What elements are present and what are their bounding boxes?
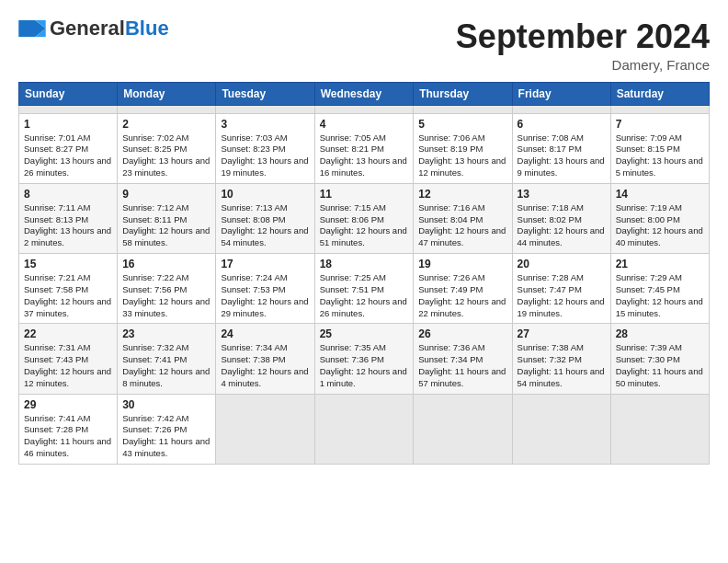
day-number: 1 [24,118,112,131]
calendar-week-row: 22Sunrise: 7:31 AMSunset: 7:43 PMDayligh… [19,324,710,394]
daylight-text: Daylight: 12 hours and 4 minutes. [221,366,308,388]
sunset-text: Sunset: 7:38 PM [221,354,285,364]
daylight-text: Daylight: 11 hours and 46 minutes. [24,436,111,458]
table-row [118,105,216,113]
table-row: 1Sunrise: 7:01 AMSunset: 8:27 PMDaylight… [19,113,118,183]
cell-content: Sunrise: 7:25 AMSunset: 7:51 PMDaylight:… [320,272,409,319]
sunset-text: Sunset: 8:19 PM [418,144,483,154]
table-row [216,105,314,113]
calendar-header-row: Sunday Monday Tuesday Wednesday Thursday… [19,82,710,105]
sunrise-text: Sunrise: 7:41 AM [24,413,90,423]
cell-content: Sunrise: 7:08 AMSunset: 8:17 PMDaylight:… [518,132,606,179]
sunrise-text: Sunrise: 7:35 AM [320,342,386,352]
table-row: 23Sunrise: 7:32 AMSunset: 7:41 PMDayligh… [118,324,216,394]
daylight-text: Daylight: 12 hours and 58 minutes. [122,225,210,247]
sunset-text: Sunset: 7:34 PM [418,354,483,364]
sunset-text: Sunset: 8:15 PM [616,144,680,154]
cell-content: Sunrise: 7:02 AMSunset: 8:25 PMDaylight:… [122,132,210,179]
daylight-text: Daylight: 12 hours and 54 minutes. [221,225,308,247]
table-row [414,394,512,464]
table-row: 20Sunrise: 7:28 AMSunset: 7:47 PMDayligh… [512,254,610,324]
day-number: 17 [221,258,309,270]
table-row: 27Sunrise: 7:38 AMSunset: 7:32 PMDayligh… [512,324,610,394]
table-row: 2Sunrise: 7:02 AMSunset: 8:25 PMDaylight… [118,113,216,183]
table-row: 13Sunrise: 7:18 AMSunset: 8:02 PMDayligh… [512,183,610,253]
col-wednesday: Wednesday [314,82,414,105]
table-row: 29Sunrise: 7:41 AMSunset: 7:28 PMDayligh… [19,394,118,464]
table-row: 15Sunrise: 7:21 AMSunset: 7:58 PMDayligh… [19,254,118,324]
sunrise-text: Sunrise: 7:36 AM [418,342,484,352]
day-number: 5 [418,118,506,131]
table-row [610,105,709,113]
table-row: 26Sunrise: 7:36 AMSunset: 7:34 PMDayligh… [414,324,512,394]
logo-icon [18,20,46,37]
day-number: 24 [221,327,309,340]
calendar-page: GeneralBlue September 2024 Damery, Franc… [0,0,728,563]
calendar-week-row: 8Sunrise: 7:11 AMSunset: 8:13 PMDaylight… [19,183,710,253]
day-number: 27 [518,327,606,340]
table-row: 30Sunrise: 7:42 AMSunset: 7:26 PMDayligh… [118,394,216,464]
day-number: 4 [320,118,409,131]
day-number: 16 [122,258,210,270]
daylight-text: Daylight: 12 hours and 15 minutes. [616,296,703,318]
cell-content: Sunrise: 7:32 AMSunset: 7:41 PMDaylight:… [122,342,210,389]
sunrise-text: Sunrise: 7:18 AM [518,202,584,213]
table-row: 5Sunrise: 7:06 AMSunset: 8:19 PMDaylight… [414,113,512,183]
calendar-week-row [19,105,710,113]
sunrise-text: Sunrise: 7:15 AM [320,202,386,213]
sunset-text: Sunset: 7:43 PM [24,354,88,364]
cell-content: Sunrise: 7:41 AMSunset: 7:28 PMDaylight:… [24,413,112,460]
day-number: 9 [122,188,210,201]
cell-content: Sunrise: 7:16 AMSunset: 8:04 PMDaylight:… [418,202,506,249]
cell-content: Sunrise: 7:12 AMSunset: 8:11 PMDaylight:… [122,202,210,249]
day-number: 14 [616,188,704,201]
sunset-text: Sunset: 8:06 PM [320,214,384,224]
daylight-text: Daylight: 12 hours and 26 minutes. [320,296,407,318]
table-row: 24Sunrise: 7:34 AMSunset: 7:38 PMDayligh… [216,324,314,394]
cell-content: Sunrise: 7:15 AMSunset: 8:06 PMDaylight:… [320,202,409,249]
table-row [216,394,314,464]
table-row: 9Sunrise: 7:12 AMSunset: 8:11 PMDaylight… [118,183,216,253]
daylight-text: Daylight: 13 hours and 19 minutes. [221,155,308,178]
table-row [314,105,414,113]
day-number: 26 [418,327,506,340]
day-number: 22 [24,327,112,340]
sunset-text: Sunset: 8:13 PM [24,214,88,224]
cell-content: Sunrise: 7:34 AMSunset: 7:38 PMDaylight:… [221,342,309,389]
sunrise-text: Sunrise: 7:19 AM [616,202,682,213]
sunrise-text: Sunrise: 7:22 AM [122,272,188,282]
daylight-text: Daylight: 12 hours and 40 minutes. [616,225,703,247]
cell-content: Sunrise: 7:35 AMSunset: 7:36 PMDaylight:… [320,342,409,389]
day-number: 11 [320,188,409,201]
cell-content: Sunrise: 7:11 AMSunset: 8:13 PMDaylight:… [24,202,112,249]
daylight-text: Daylight: 13 hours and 2 minutes. [24,225,111,247]
logo: GeneralBlue [18,18,169,39]
daylight-text: Daylight: 13 hours and 16 minutes. [320,155,407,178]
sunset-text: Sunset: 8:04 PM [418,214,483,224]
day-number: 13 [518,188,606,201]
sunrise-text: Sunrise: 7:29 AM [616,272,682,282]
sunrise-text: Sunrise: 7:16 AM [418,202,484,213]
daylight-text: Daylight: 13 hours and 26 minutes. [24,155,111,178]
sunset-text: Sunset: 8:11 PM [122,214,187,224]
day-number: 6 [518,118,606,131]
cell-content: Sunrise: 7:36 AMSunset: 7:34 PMDaylight:… [418,342,506,389]
daylight-text: Daylight: 12 hours and 29 minutes. [221,296,308,318]
header: GeneralBlue September 2024 Damery, Franc… [18,18,710,73]
sunrise-text: Sunrise: 7:26 AM [418,272,484,282]
day-number: 28 [616,327,704,340]
table-row: 16Sunrise: 7:22 AMSunset: 7:56 PMDayligh… [118,254,216,324]
sunrise-text: Sunrise: 7:42 AM [122,413,188,423]
day-number: 23 [122,327,210,340]
table-row: 12Sunrise: 7:16 AMSunset: 8:04 PMDayligh… [414,183,512,253]
table-row: 18Sunrise: 7:25 AMSunset: 7:51 PMDayligh… [314,254,414,324]
sunset-text: Sunset: 7:51 PM [320,284,384,294]
daylight-text: Daylight: 12 hours and 12 minutes. [24,366,111,388]
sunset-text: Sunset: 8:25 PM [122,144,187,154]
calendar-table: Sunday Monday Tuesday Wednesday Thursday… [18,82,710,465]
table-row: 7Sunrise: 7:09 AMSunset: 8:15 PMDaylight… [610,113,709,183]
sunset-text: Sunset: 7:26 PM [122,424,187,434]
sunset-text: Sunset: 7:41 PM [122,354,187,364]
table-row: 28Sunrise: 7:39 AMSunset: 7:30 PMDayligh… [610,324,709,394]
table-row [314,394,414,464]
